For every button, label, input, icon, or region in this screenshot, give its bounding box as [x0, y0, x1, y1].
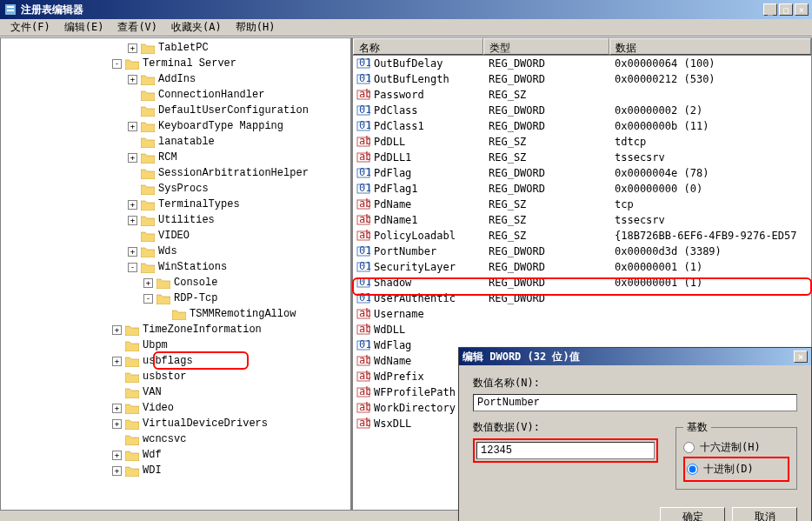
cell-type: REG_SZ — [483, 151, 609, 164]
expander-icon[interactable]: + — [112, 451, 122, 460]
value-name: WdFlag — [374, 339, 411, 351]
list-row[interactable]: abWdDLL — [353, 322, 811, 337]
highlight-rdp-tcp — [153, 351, 249, 370]
maximize-button[interactable]: □ — [779, 3, 793, 16]
list-row[interactable]: 011OutBufDelayREG_DWORD0x00000064 (100) — [353, 56, 811, 71]
tree-node[interactable]: +WDI — [3, 463, 349, 478]
expander-icon[interactable]: - — [143, 294, 153, 304]
menu-favorites[interactable]: 收藏夹(A) — [164, 18, 229, 37]
expander-icon[interactable]: + — [143, 278, 153, 288]
tree-node[interactable]: -Terminal Server — [3, 56, 349, 71]
expander-icon[interactable]: + — [112, 325, 122, 335]
value-name: WdPrefix — [374, 371, 424, 383]
tree-node[interactable]: +wcncsvc — [3, 431, 349, 447]
expander-icon[interactable]: + — [112, 466, 122, 476]
close-button[interactable]: × — [795, 3, 809, 16]
hex-radio[interactable] — [683, 442, 695, 453]
col-header-name[interactable]: 名称 — [353, 38, 483, 55]
list-row[interactable]: 011OutBufLengthREG_DWORD0x00000212 (530) — [353, 71, 811, 87]
col-header-data[interactable]: 数据 — [609, 38, 811, 55]
col-header-type[interactable]: 类型 — [483, 38, 609, 55]
expander-icon[interactable]: + — [128, 247, 137, 257]
svg-rect-1 — [7, 6, 14, 8]
list-row[interactable]: 011PdClass1REG_DWORD0x0000000b (11) — [353, 118, 811, 134]
tree-panel[interactable]: +TabletPC-Terminal Server+AddIns+Connect… — [0, 37, 352, 511]
tree-node[interactable]: +DefaultUserConfiguration — [3, 103, 349, 118]
value-name: WdDLL — [374, 324, 405, 336]
tree-node[interactable]: +Wds — [3, 244, 349, 259]
list-row[interactable]: abUsername — [353, 306, 811, 322]
list-row[interactable]: abPolicyLoadablREG_SZ{18B726BB-6EF6-4FB9… — [353, 228, 811, 244]
dec-radio[interactable] — [687, 464, 698, 475]
tree-node[interactable]: +lanatable — [3, 134, 349, 150]
folder-icon — [125, 340, 139, 351]
tree-node[interactable]: +TimeZoneInformation — [3, 322, 349, 337]
menu-help[interactable]: 帮助(H) — [229, 18, 283, 37]
dword-icon: 011 — [356, 338, 370, 352]
tree-node[interactable]: +usbstor — [3, 369, 349, 384]
expander-icon[interactable]: - — [112, 59, 122, 69]
tree-node[interactable]: -RDP-Tcp — [3, 291, 349, 306]
tree-node[interactable]: +Utilities — [3, 212, 349, 228]
tree-node[interactable]: +TabletPC — [3, 40, 349, 56]
list-row[interactable]: abPdName1REG_SZtssecsrv — [353, 212, 811, 228]
menu-view[interactable]: 查看(V) — [110, 18, 164, 37]
cell-data: 0x0000000b (11) — [609, 120, 811, 132]
expander-icon[interactable]: + — [128, 200, 137, 210]
expander-icon[interactable]: + — [112, 419, 122, 429]
tree-label: Console — [174, 277, 217, 289]
tree-node[interactable]: +TSMMRemotingAllow — [3, 306, 349, 322]
tree-node[interactable]: +SessionArbitrationHelper — [3, 165, 349, 181]
tree-node[interactable]: +RCM — [3, 150, 349, 165]
ok-button[interactable]: 确定 — [660, 507, 725, 521]
menu-edit[interactable]: 编辑(E) — [57, 18, 111, 37]
value-name: PortNumber — [374, 245, 436, 257]
expander-icon[interactable]: + — [128, 216, 137, 225]
list-row[interactable]: abPdDLL1REG_SZtssecsrv — [353, 150, 811, 165]
expander-icon[interactable]: + — [128, 75, 137, 84]
menu-file[interactable]: 文件(F) — [3, 18, 57, 37]
cancel-button[interactable]: 取消 — [732, 507, 797, 521]
list-row[interactable]: 011PdFlagREG_DWORD0x0000004e (78) — [353, 165, 811, 181]
expander-icon[interactable]: + — [112, 404, 122, 413]
tree-node[interactable]: -WinStations — [3, 259, 349, 275]
tree-node[interactable]: +Wdf — [3, 447, 349, 463]
tree-node[interactable]: +Video — [3, 400, 349, 416]
cell-name: 011PdFlag — [353, 166, 483, 180]
tree-node[interactable]: +AddIns — [3, 71, 349, 87]
cell-data: 0x00000064 (100) — [609, 57, 811, 70]
tree-node[interactable]: +VIDEO — [3, 228, 349, 244]
expander-icon[interactable]: + — [128, 153, 137, 163]
expander-icon[interactable]: + — [128, 122, 137, 131]
list-row[interactable]: abPdNameREG_SZtcp — [353, 197, 811, 212]
list-row[interactable]: 011PortNumberREG_DWORD0x00000d3d (3389) — [353, 244, 811, 259]
expander-icon[interactable]: - — [128, 263, 137, 272]
value-name: SecurityLayer — [374, 261, 456, 273]
dialog-close-button[interactable]: × — [794, 351, 808, 363]
tree-node[interactable]: +VAN — [3, 384, 349, 400]
minimize-button[interactable]: _ — [763, 3, 777, 16]
base-fieldset: 基数 十六进制(H) 十进制(D) — [676, 420, 797, 490]
tree-node[interactable]: +TerminalTypes — [3, 197, 349, 212]
dialog-titlebar[interactable]: 编辑 DWORD (32 位)值 × — [459, 348, 811, 365]
value-name: PdName — [374, 198, 411, 210]
dword-icon: 011 — [356, 244, 370, 258]
list-row[interactable]: abPasswordREG_SZ — [353, 87, 811, 103]
cell-type: REG_DWORD — [483, 57, 609, 70]
tree-node[interactable]: +ConnectionHandler — [3, 87, 349, 103]
tree-node[interactable]: +SysProcs — [3, 181, 349, 197]
expander-icon[interactable]: + — [128, 43, 137, 53]
tree-node[interactable]: +Console — [3, 275, 349, 291]
list-row[interactable]: 011PdClassREG_DWORD0x00000002 (2) — [353, 103, 811, 118]
tree-node[interactable]: +KeyboardType Mapping — [3, 118, 349, 134]
list-row[interactable]: abPdDLLREG_SZtdtcp — [353, 134, 811, 150]
name-field[interactable] — [473, 394, 797, 411]
list-row[interactable]: 011SecurityLayerREG_DWORD0x00000001 (1) — [353, 259, 811, 275]
list-row[interactable]: 011PdFlag1REG_DWORD0x00000000 (0) — [353, 181, 811, 197]
folder-icon — [141, 184, 155, 195]
tree-node[interactable]: +VirtualDeviceDrivers — [3, 416, 349, 431]
expander-icon[interactable]: + — [112, 357, 122, 366]
value-name: PdClass1 — [374, 120, 424, 132]
data-field[interactable] — [476, 442, 655, 459]
folder-icon — [125, 58, 139, 70]
